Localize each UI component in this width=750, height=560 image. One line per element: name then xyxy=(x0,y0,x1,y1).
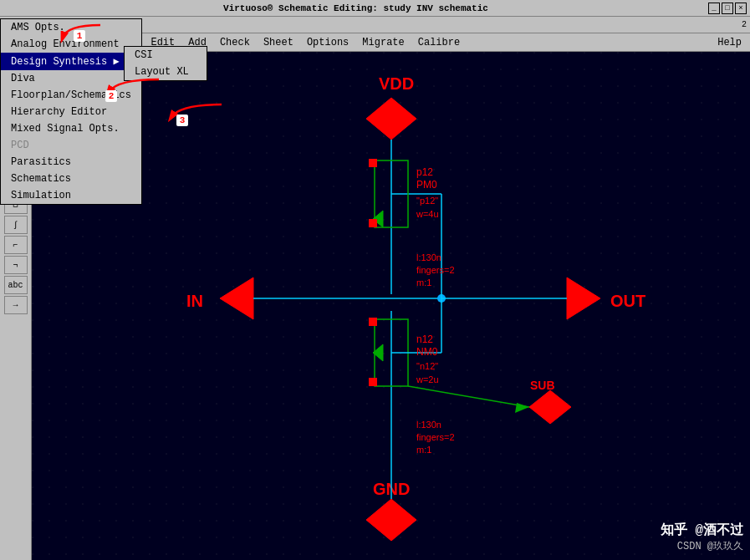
menu-diva[interactable]: Diva xyxy=(1,70,141,87)
menu-options[interactable]: Options xyxy=(300,35,355,50)
vdd-label: VDD xyxy=(379,74,414,93)
menu-design-synthesis[interactable]: Design Synthesis ▶ xyxy=(1,53,141,70)
sub-label: SUB xyxy=(530,379,555,392)
pmos-sq2 xyxy=(369,219,377,227)
menu-layout-xl[interactable]: Layout XL xyxy=(125,64,207,80)
nmos-sq2 xyxy=(369,378,377,386)
title-bar: Virtuoso® Schematic Editing: study INV s… xyxy=(0,0,750,17)
menu-calibre[interactable]: Calibre xyxy=(411,35,467,50)
toolbar-angle1[interactable]: ⌐ xyxy=(4,236,28,254)
maximize-button[interactable]: □ xyxy=(722,3,733,14)
design-synthesis-submenu: CSI Layout XL xyxy=(124,46,207,81)
minimize-button[interactable]: _ xyxy=(708,3,720,14)
pmos-l: l:130n xyxy=(416,252,441,262)
annotation-num3: 3 xyxy=(176,115,188,126)
tools-dropdown: AMS Opts. Analog Environment Design Synt… xyxy=(0,18,142,205)
nmos-model: "n12" xyxy=(416,361,438,371)
win-number: 2 xyxy=(742,20,747,29)
toolbar-text[interactable]: abc xyxy=(4,276,28,294)
nmos-name: NM0 xyxy=(416,346,438,358)
menu-check[interactable]: Check xyxy=(213,35,257,50)
menu-pcd: PCD xyxy=(1,137,141,154)
in-label: IN xyxy=(186,292,203,310)
out-label: OUT xyxy=(610,292,645,310)
pmos-model: "p12" xyxy=(416,196,438,206)
menu-mixed-signal[interactable]: Mixed Signal Opts. xyxy=(1,120,141,137)
nmos-sq1 xyxy=(369,318,377,326)
nmos-w: w=2u xyxy=(416,374,439,384)
annotation-num1: 1 xyxy=(74,30,85,42)
close-button[interactable]: × xyxy=(735,3,747,14)
toolbar-curve[interactable]: ∫ xyxy=(4,216,28,234)
nmos-n12-label: n12 xyxy=(416,333,433,345)
menu-help[interactable]: Help xyxy=(711,35,748,50)
pmos-name: PM0 xyxy=(416,179,437,191)
menu-simulation[interactable]: Simulation xyxy=(1,187,141,204)
menu-floorplan[interactable]: Floorplan/Schematics xyxy=(1,87,141,104)
nmos-m: m:1 xyxy=(416,445,431,455)
window-controls: _ □ × xyxy=(708,3,747,14)
nmos-fingers: fingers=2 xyxy=(416,432,455,442)
pmos-m: m:1 xyxy=(416,277,431,288)
menu-parasitics[interactable]: Parasitics xyxy=(1,154,141,171)
pmos-w: w=4u xyxy=(416,209,439,219)
annotation-num2: 2 xyxy=(105,90,117,102)
menu-csi[interactable]: CSI xyxy=(125,47,207,64)
title-text: Virtuoso® Schematic Editing: study INV s… xyxy=(3,3,708,13)
menu-ams-opts[interactable]: AMS Opts. xyxy=(1,19,141,36)
menu-schematics[interactable]: Schematics xyxy=(1,171,141,187)
pmos-sq1 xyxy=(369,159,377,167)
toolbar-arrow[interactable]: → xyxy=(4,296,28,314)
menu-hierarchy-editor[interactable]: Hierarchy Editor xyxy=(1,104,141,120)
menu-migrate[interactable]: Migrate xyxy=(355,35,411,50)
menu-analog-env[interactable]: Analog Environment xyxy=(1,36,141,53)
menu-sheet[interactable]: Sheet xyxy=(257,35,300,50)
pmos-fingers: fingers=2 xyxy=(416,265,455,275)
pmos-p12-label: p12 xyxy=(416,166,433,178)
toolbar-angle2[interactable]: ¬ xyxy=(4,256,28,274)
nmos-l: l:130n xyxy=(416,420,441,430)
